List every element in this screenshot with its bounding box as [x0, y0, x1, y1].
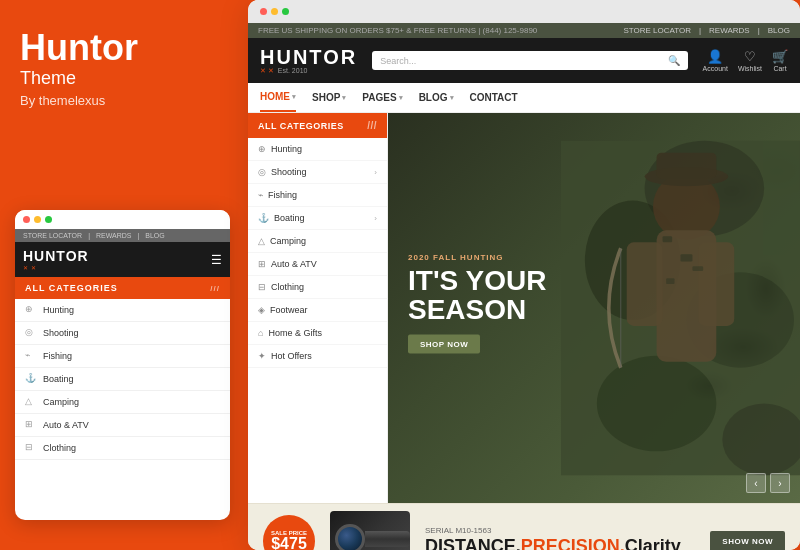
- mobile-cat-boating[interactable]: ⚓ Boating: [15, 368, 230, 391]
- hamburger-icon[interactable]: ☰: [211, 253, 222, 267]
- nav-shop[interactable]: SHOP ▾: [312, 84, 346, 111]
- dot-yellow: [34, 216, 41, 223]
- cart-icon-group[interactable]: 🛒 Cart: [772, 49, 788, 72]
- main-area: FREE US SHIPPING ON ORDERS $75+ & FREE R…: [248, 0, 800, 550]
- mobile-logo-sub: ✕ ✕: [23, 264, 89, 271]
- hero-shop-button[interactable]: SHOP NOW: [408, 334, 480, 353]
- mobile-top-links: STORE LOCATOR | REWARDS | BLOG: [15, 229, 230, 242]
- nav-blog[interactable]: BLOG ▾: [419, 84, 454, 111]
- prev-arrow[interactable]: ‹: [746, 473, 766, 493]
- mobile-cat-atv[interactable]: ⊞ Auto & ATV: [15, 414, 230, 437]
- cat-shooting[interactable]: ◎ Shooting ›: [248, 161, 387, 184]
- footwear-icon: ◈: [258, 305, 265, 315]
- categories-decoration: ///: [210, 284, 220, 293]
- mobile-link-store: STORE LOCATOR: [23, 232, 82, 239]
- cat-hot-offers[interactable]: ✦ Hot Offers: [248, 345, 387, 368]
- mobile-cat-shooting[interactable]: ◎ Shooting: [15, 322, 230, 345]
- mobile-cat-clothing[interactable]: ⊟ Clothing: [15, 437, 230, 460]
- mobile-cat-hunting[interactable]: ⊕ Hunting: [15, 299, 230, 322]
- hot-offers-icon: ✦: [258, 351, 266, 361]
- hero-text-overlay: 2020 FALL HUNTING IT'S YOUR SEASON SHOP …: [408, 253, 546, 354]
- blog-link[interactable]: BLOG: [768, 26, 790, 35]
- shooting-icon: ◎: [25, 327, 37, 339]
- scope-visual: [330, 511, 410, 550]
- boating-icon: ⚓: [25, 373, 37, 385]
- dot-green: [45, 216, 52, 223]
- search-bar[interactable]: Search... 🔍: [372, 51, 687, 70]
- shooting-icon: ◎: [258, 167, 266, 177]
- show-now-button[interactable]: SHOW NOW: [710, 531, 785, 551]
- brand-title: Huntor: [20, 30, 220, 66]
- fishing-icon: ⌁: [25, 350, 37, 362]
- nav-contact[interactable]: CONTACT: [470, 84, 518, 111]
- tagline-part1: DISTANCE.: [425, 536, 521, 550]
- boating-arrow: ›: [374, 214, 377, 223]
- wishlist-icon-group[interactable]: ♡ Wishlist: [738, 49, 762, 72]
- nav-home[interactable]: HOME ▾: [260, 83, 296, 112]
- cart-icon: 🛒: [772, 49, 788, 64]
- svg-rect-9: [698, 242, 734, 326]
- bottom-product-info: SERIAL M10-1563 DISTANCE.PRECISION.Clari…: [425, 526, 695, 550]
- svg-rect-16: [692, 266, 703, 271]
- atv-icon: ⊞: [25, 419, 37, 431]
- mobile-browser-chrome: [15, 210, 230, 229]
- cat-atv[interactable]: ⊞ Auto & ATV: [248, 253, 387, 276]
- cat-camping[interactable]: △ Camping: [248, 230, 387, 253]
- search-icon[interactable]: 🔍: [668, 55, 680, 66]
- mobile-cat-fishing[interactable]: ⌁ Fishing: [15, 345, 230, 368]
- brand-subtitle: Theme: [20, 68, 220, 89]
- cat-home-gifts[interactable]: ⌂ Home & Gifts: [248, 322, 387, 345]
- rewards-link[interactable]: REWARDS: [709, 26, 750, 35]
- content-area: ALL CATEGORIES /// ⊕ Hunting ◎ Shooting …: [248, 113, 800, 503]
- brand-by: By themelexus: [20, 93, 220, 108]
- categories-deco: ///: [367, 120, 377, 131]
- bottom-banner: SALE PRICE $475 SERIAL M10-1563 DISTANCE…: [248, 503, 800, 550]
- dot-red: [23, 216, 30, 223]
- browser-dot-red: [260, 8, 267, 15]
- browser-chrome: [248, 0, 800, 23]
- scope-body: [365, 531, 410, 547]
- cat-boating[interactable]: ⚓ Boating ›: [248, 207, 387, 230]
- nav-pages[interactable]: PAGES ▾: [362, 84, 402, 111]
- store-locator-link[interactable]: STORE LOCATOR: [623, 26, 691, 35]
- scope-lens: [335, 524, 365, 551]
- next-arrow[interactable]: ›: [770, 473, 790, 493]
- mobile-link-rewards: REWARDS: [96, 232, 132, 239]
- shipping-info: FREE US SHIPPING ON ORDERS $75+ & FREE R…: [258, 26, 537, 35]
- shooting-arrow: ›: [374, 168, 377, 177]
- account-icon: 👤: [707, 49, 723, 64]
- svg-rect-13: [663, 236, 673, 242]
- account-icon-group[interactable]: 👤 Account: [703, 49, 728, 72]
- site-header: HUNTOR ✕ ✕ Est. 2010 Search... 🔍 👤 Accou…: [248, 38, 800, 83]
- product-serial: SERIAL M10-1563: [425, 526, 695, 535]
- nav-blog-arrow: ▾: [450, 94, 454, 102]
- browser-dot-yellow: [271, 8, 278, 15]
- mobile-cat-camping[interactable]: △ Camping: [15, 391, 230, 414]
- hero-banner: 2020 FALL HUNTING IT'S YOUR SEASON SHOP …: [388, 113, 800, 503]
- categories-sidebar: ALL CATEGORIES /// ⊕ Hunting ◎ Shooting …: [248, 113, 388, 503]
- clothing-icon: ⊟: [258, 282, 266, 292]
- product-image: [330, 511, 410, 550]
- svg-point-4: [597, 356, 716, 452]
- site-nav: HOME ▾ SHOP ▾ PAGES ▾ BLOG ▾ CONTACT: [248, 83, 800, 113]
- cat-hunting[interactable]: ⊕ Hunting: [248, 138, 387, 161]
- slider-arrows: ‹ ›: [746, 473, 790, 493]
- hunter-svg: [561, 113, 800, 503]
- mobile-categories-header: ALL CATEGORIES ///: [15, 277, 230, 299]
- camping-icon: △: [25, 396, 37, 408]
- cat-fishing[interactable]: ⌁ Fishing: [248, 184, 387, 207]
- product-tagline: DISTANCE.PRECISION.Clarity: [425, 537, 695, 550]
- mobile-logo: HUNTOR: [23, 248, 89, 264]
- mobile-header: HUNTOR ✕ ✕ ☰: [15, 242, 230, 277]
- tagline-part2: PRECISION.: [521, 536, 625, 550]
- cat-clothing[interactable]: ⊟ Clothing: [248, 276, 387, 299]
- mobile-link-blog: BLOG: [145, 232, 164, 239]
- hero-season-label: 2020 FALL HUNTING: [408, 253, 546, 262]
- boating-icon: ⚓: [258, 213, 269, 223]
- cat-footwear[interactable]: ◈ Footwear: [248, 299, 387, 322]
- home-gifts-icon: ⌂: [258, 328, 263, 338]
- svg-rect-15: [666, 278, 674, 284]
- camping-icon: △: [258, 236, 265, 246]
- top-right-links: STORE LOCATOR | REWARDS | BLOG: [623, 26, 790, 35]
- top-info-bar: FREE US SHIPPING ON ORDERS $75+ & FREE R…: [248, 23, 800, 38]
